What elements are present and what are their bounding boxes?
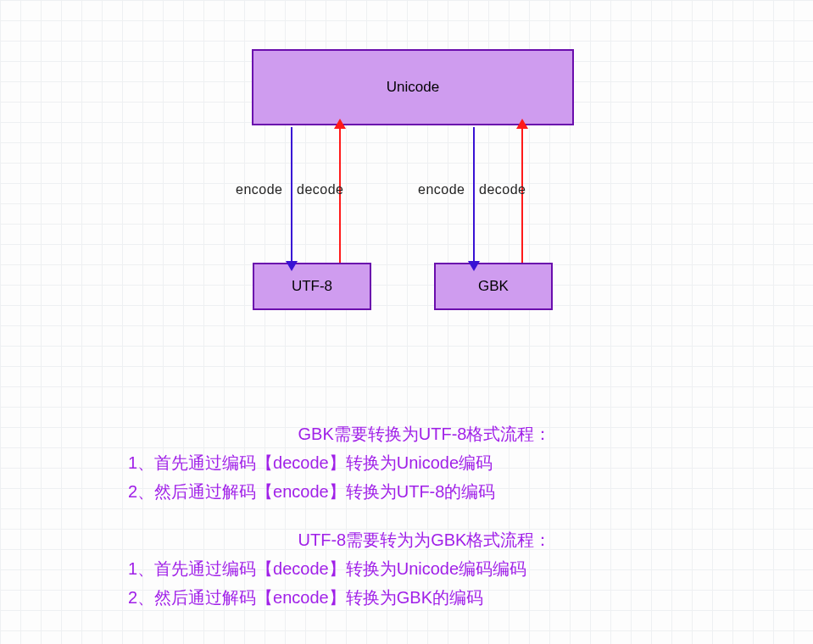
- encode-label-left: encode: [236, 182, 283, 197]
- utf8-gbk-step1: 1、首先通过编码【decode】转换为Unicode编码编码: [128, 554, 721, 583]
- utf8-box: UTF-8: [253, 263, 371, 310]
- utf8-gbk-title: UTF-8需要转为为GBK格式流程：: [128, 525, 721, 554]
- explanation-gbk-to-utf8: GBK需要转换为UTF-8格式流程： 1、首先通过编码【decode】转换为Un…: [128, 419, 721, 506]
- unicode-label: Unicode: [387, 79, 439, 96]
- decode-label-right: decode: [479, 182, 526, 197]
- gbk-utf8-step1: 1、首先通过编码【decode】转换为Unicode编码: [128, 448, 721, 477]
- encode-arrow-utf8: [291, 127, 292, 263]
- encode-arrow-gbk: [473, 127, 475, 263]
- unicode-box: Unicode: [252, 49, 574, 125]
- gbk-box: GBK: [434, 263, 553, 310]
- explanation-utf8-to-gbk: UTF-8需要转为为GBK格式流程： 1、首先通过编码【decode】转换为Un…: [128, 525, 721, 612]
- gbk-utf8-title: GBK需要转换为UTF-8格式流程：: [128, 419, 721, 448]
- utf8-gbk-step2: 2、然后通过解码【encode】转换为GBK的编码: [128, 583, 721, 612]
- utf8-label: UTF-8: [292, 278, 332, 295]
- decode-label-left: decode: [297, 182, 344, 197]
- gbk-label: GBK: [478, 278, 509, 295]
- gbk-utf8-step2: 2、然后通过解码【encode】转换为UTF-8的编码: [128, 477, 721, 506]
- encode-label-right: encode: [418, 182, 465, 197]
